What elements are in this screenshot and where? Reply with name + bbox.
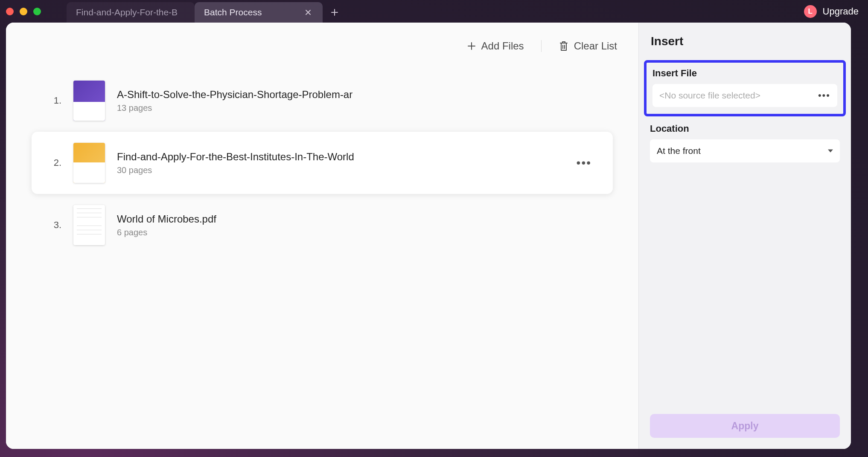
upgrade-button[interactable]: Upgrade xyxy=(823,6,859,17)
location-select[interactable]: At the front xyxy=(650,139,840,162)
file-pages: 30 pages xyxy=(117,165,560,175)
trash-icon xyxy=(559,40,569,52)
browse-file-button[interactable]: ••• xyxy=(815,88,834,103)
panel-spacer xyxy=(639,162,851,414)
clear-list-label: Clear List xyxy=(574,40,617,52)
file-row[interactable]: 1. A-Shift-to-Solve-the-Physician-Shorta… xyxy=(32,69,613,132)
file-name: World of Microbes.pdf xyxy=(117,213,373,225)
tab-batch-process[interactable]: Batch Process xyxy=(195,2,323,23)
tab-title: Batch Process xyxy=(204,7,300,17)
file-thumbnail xyxy=(73,205,105,245)
file-meta: A-Shift-to-Solve-the-Physician-Shortage-… xyxy=(117,89,596,113)
titlebar-right: L Upgrade xyxy=(804,0,868,23)
window-controls xyxy=(6,0,41,23)
avatar[interactable]: L xyxy=(804,5,817,18)
row-index: 3. xyxy=(49,220,61,231)
add-files-label: Add Files xyxy=(481,40,524,52)
file-meta: World of Microbes.pdf 6 pages xyxy=(117,213,596,237)
close-window-button[interactable] xyxy=(6,8,14,15)
file-row[interactable]: 3. World of Microbes.pdf 6 pages xyxy=(32,194,613,256)
titlebar: Find-and-Apply-For-the-B Batch Process L… xyxy=(0,0,868,23)
file-meta: Find-and-Apply-For-the-Best-Institutes-I… xyxy=(117,151,560,175)
main-window: Add Files Clear List 1. A-Shift-to-Solve… xyxy=(6,23,851,449)
row-more-button[interactable]: ••• xyxy=(572,153,596,172)
file-list: 1. A-Shift-to-Solve-the-Physician-Shorta… xyxy=(6,69,638,256)
add-files-button[interactable]: Add Files xyxy=(467,40,524,52)
source-file-placeholder: <No source file selected> xyxy=(659,90,815,101)
location-label: Location xyxy=(650,123,840,134)
file-pages: 6 pages xyxy=(117,228,596,237)
insert-panel: Insert Insert File <No source file selec… xyxy=(638,23,851,449)
minimize-window-button[interactable] xyxy=(20,8,27,15)
location-value: At the front xyxy=(657,146,701,156)
file-row[interactable]: 2. Find-and-Apply-For-the-Best-Institute… xyxy=(32,132,613,194)
content-area: Add Files Clear List 1. A-Shift-to-Solve… xyxy=(6,23,638,449)
avatar-initial: L xyxy=(808,7,812,16)
panel-title: Insert xyxy=(639,23,851,54)
toolbar-divider xyxy=(541,40,542,52)
maximize-window-button[interactable] xyxy=(33,8,41,15)
plus-icon xyxy=(467,41,476,51)
insert-file-label: Insert File xyxy=(652,68,837,79)
source-file-picker[interactable]: <No source file selected> ••• xyxy=(652,84,837,107)
tab-strip: Find-and-Apply-For-the-B Batch Process xyxy=(67,0,343,23)
tab-document[interactable]: Find-and-Apply-For-the-B xyxy=(67,2,195,23)
file-thumbnail xyxy=(73,143,105,183)
tab-title: Find-and-Apply-For-the-B xyxy=(76,7,185,17)
file-pages: 13 pages xyxy=(117,103,596,113)
close-tab-icon[interactable] xyxy=(303,7,313,17)
file-name: A-Shift-to-Solve-the-Physician-Shortage-… xyxy=(117,89,373,101)
apply-button[interactable]: Apply xyxy=(650,414,840,438)
file-thumbnail xyxy=(73,81,105,121)
toolbar: Add Files Clear List xyxy=(6,23,638,69)
file-name: Find-and-Apply-For-the-Best-Institutes-I… xyxy=(117,151,373,163)
new-tab-button[interactable] xyxy=(326,2,343,23)
row-index: 2. xyxy=(49,157,61,168)
row-index: 1. xyxy=(49,95,61,106)
location-section: Location At the front xyxy=(639,116,851,162)
clear-list-button[interactable]: Clear List xyxy=(559,40,617,52)
insert-file-section-highlight: Insert File <No source file selected> ••… xyxy=(644,60,846,116)
